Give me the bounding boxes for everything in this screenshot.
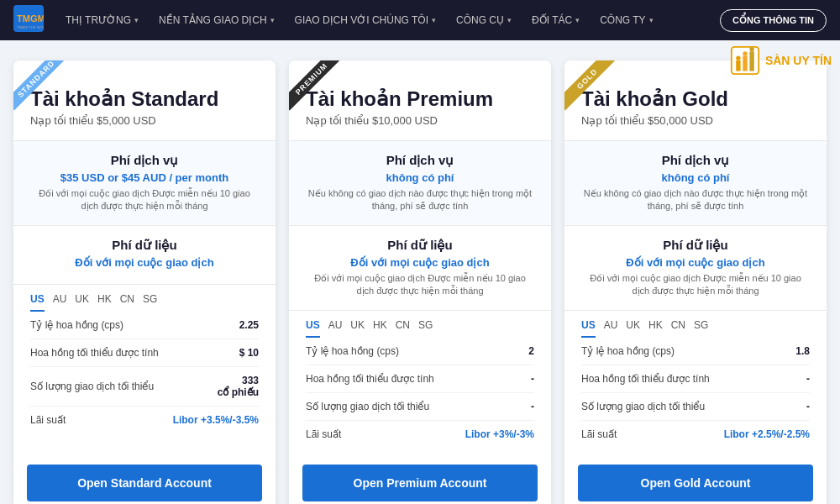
table-row: Lãi suất Libor +3%/-3% bbox=[306, 421, 534, 448]
portal-button[interactable]: CỔNG THÔNG TIN bbox=[720, 9, 827, 32]
tab-hk-premium[interactable]: HK bbox=[373, 319, 387, 338]
table-row: Tỷ lệ hoa hồng (cps) 2.25 bbox=[30, 312, 259, 339]
premium-tabs: US AU UK HK CN SG bbox=[289, 310, 551, 338]
gold-tabs: US AU UK HK CN SG bbox=[564, 310, 827, 338]
san-uy-tin-label: SÀN UY TÍN bbox=[765, 54, 832, 67]
standard-tabs: US AU UK HK CN SG bbox=[13, 284, 276, 312]
card-gold: GOLD Tài khoản Gold Nạp tối thiểu $50,00… bbox=[564, 60, 827, 504]
open-standard-account-button[interactable]: Open Standard Account bbox=[27, 465, 262, 501]
tab-cn-gold[interactable]: CN bbox=[671, 319, 685, 338]
table-row: Số lượng giao dịch tối thiểu - bbox=[581, 393, 810, 421]
san-uy-tin-badge: SÀN UY TÍN bbox=[730, 45, 832, 76]
nav-item-company[interactable]: CÔNG TY ▾ bbox=[591, 0, 661, 40]
premium-btn-wrap: Open Premium Account bbox=[289, 454, 551, 504]
standard-btn-wrap: Open Standard Account bbox=[13, 454, 276, 504]
gold-table: Tỷ lệ hoa hồng (cps) 1.8 Hoa hồng tối th… bbox=[564, 338, 827, 454]
table-row: Tỷ lệ hoa hồng (cps) 1.8 bbox=[581, 338, 810, 365]
tab-hk-standard[interactable]: HK bbox=[97, 293, 112, 312]
table-row: Hoa hồng tối thiểu được tính $ 10 bbox=[30, 339, 259, 367]
nav-item-trade[interactable]: GIAO DỊCH VỚI CHÚNG TÔI ▾ bbox=[286, 0, 444, 40]
svg-text:TRADE THE WORLD: TRADE THE WORLD bbox=[17, 25, 44, 29]
chevron-down-icon: ▾ bbox=[507, 16, 512, 24]
premium-data-section: Phí dữ liệu Đối với mọi cuộc giao dịch Đ… bbox=[289, 225, 551, 310]
nav-item-partner[interactable]: ĐỐI TÁC ▾ bbox=[523, 0, 588, 40]
chevron-down-icon: ▾ bbox=[134, 16, 139, 24]
gold-btn-wrap: Open Gold Account bbox=[564, 454, 827, 504]
card-premium: PREMIUM Tài khoản Premium Nạp tối thiểu … bbox=[289, 60, 551, 504]
svg-rect-5 bbox=[743, 56, 747, 71]
tab-us-standard[interactable]: US bbox=[30, 293, 45, 312]
table-row: Tỷ lệ hoa hồng (cps) 2 bbox=[306, 338, 534, 365]
tab-sg-premium[interactable]: SG bbox=[418, 319, 433, 338]
tab-us-premium[interactable]: US bbox=[306, 319, 320, 338]
gold-fee-section: Phí dịch vụ không có phí Nếu không có gi… bbox=[564, 140, 827, 225]
table-row: Hoa hồng tối thiểu được tính - bbox=[581, 365, 810, 393]
chevron-down-icon: ▾ bbox=[432, 16, 436, 24]
open-gold-account-button[interactable]: Open Gold Account bbox=[578, 465, 813, 501]
premium-table: Tỷ lệ hoa hồng (cps) 2 Hoa hồng tối thiể… bbox=[289, 338, 551, 454]
tab-sg-gold[interactable]: SG bbox=[694, 319, 708, 338]
gold-data-section: Phí dữ liệu Đối với mọi cuộc giao dịch Đ… bbox=[564, 225, 827, 310]
main-content: SÀN UY TÍN STANDARD Tài khoản Standard N… bbox=[0, 40, 840, 504]
svg-point-8 bbox=[743, 51, 747, 55]
standard-data-section: Phí dữ liệu Đối với mọi cuộc giao dịch bbox=[13, 225, 276, 284]
table-row: Lãi suất Libor +2.5%/-2.5% bbox=[581, 421, 810, 448]
tab-au-premium[interactable]: AU bbox=[328, 319, 343, 338]
svg-point-9 bbox=[749, 47, 753, 51]
nav-item-platform[interactable]: NỀN TẢNG GIAO DỊCH ▾ bbox=[150, 0, 282, 40]
chevron-down-icon: ▾ bbox=[270, 16, 275, 24]
tab-cn-standard[interactable]: CN bbox=[120, 293, 134, 312]
tab-hk-gold[interactable]: HK bbox=[648, 319, 663, 338]
tab-us-gold[interactable]: US bbox=[581, 319, 596, 338]
card-standard: STANDARD Tài khoản Standard Nạp tối thiể… bbox=[13, 60, 276, 504]
svg-rect-6 bbox=[749, 51, 753, 71]
premium-fee-section: Phí dịch vụ không có phí Nếu không có gi… bbox=[289, 140, 551, 225]
san-uy-tin-icon bbox=[730, 45, 760, 76]
table-row: Số lượng giao dịch tối thiểu - bbox=[306, 393, 534, 421]
premium-badge: PREMIUM bbox=[289, 60, 356, 128]
svg-rect-4 bbox=[736, 60, 740, 71]
tab-sg-standard[interactable]: SG bbox=[143, 293, 157, 312]
tab-uk-premium[interactable]: UK bbox=[350, 319, 365, 338]
navbar: TMGM TRADE THE WORLD THỊ TRƯỜNG ▾ NỀN TẢ… bbox=[0, 0, 840, 40]
tab-cn-premium[interactable]: CN bbox=[396, 319, 410, 338]
nav-item-tools[interactable]: CÔNG CỤ ▾ bbox=[448, 0, 520, 40]
nav-item-market[interactable]: THỊ TRƯỜNG ▾ bbox=[57, 0, 147, 40]
svg-text:TMGM: TMGM bbox=[17, 13, 44, 24]
tab-au-gold[interactable]: AU bbox=[604, 319, 618, 338]
tab-uk-gold[interactable]: UK bbox=[626, 319, 640, 338]
logo: TMGM TRADE THE WORLD bbox=[13, 5, 44, 35]
logo-icon: TMGM TRADE THE WORLD bbox=[13, 5, 44, 32]
table-row: Hoa hồng tối thiểu được tính - bbox=[306, 365, 534, 393]
chevron-down-icon: ▾ bbox=[575, 16, 580, 24]
tab-uk-standard[interactable]: UK bbox=[75, 293, 89, 312]
tab-au-standard[interactable]: AU bbox=[53, 293, 67, 312]
card-premium-header: PREMIUM Tài khoản Premium Nạp tối thiểu … bbox=[289, 60, 551, 140]
table-row: Lãi suất Libor +3.5%/-3.5% bbox=[30, 407, 259, 433]
standard-badge: STANDARD bbox=[13, 60, 81, 128]
open-premium-account-button[interactable]: Open Premium Account bbox=[302, 465, 538, 501]
standard-table: Tỷ lệ hoa hồng (cps) 2.25 Hoa hồng tối t… bbox=[13, 312, 276, 454]
card-standard-header: STANDARD Tài khoản Standard Nạp tối thiể… bbox=[13, 60, 276, 140]
svg-point-7 bbox=[736, 56, 740, 60]
chevron-down-icon: ▾ bbox=[649, 16, 654, 24]
table-row: Số lượng giao dịch tối thiểu 333 cổ phiế… bbox=[30, 367, 259, 407]
standard-fee-section: Phí dịch vụ $35 USD or $45 AUD / per mon… bbox=[13, 140, 276, 225]
gold-badge: GOLD bbox=[564, 60, 632, 128]
